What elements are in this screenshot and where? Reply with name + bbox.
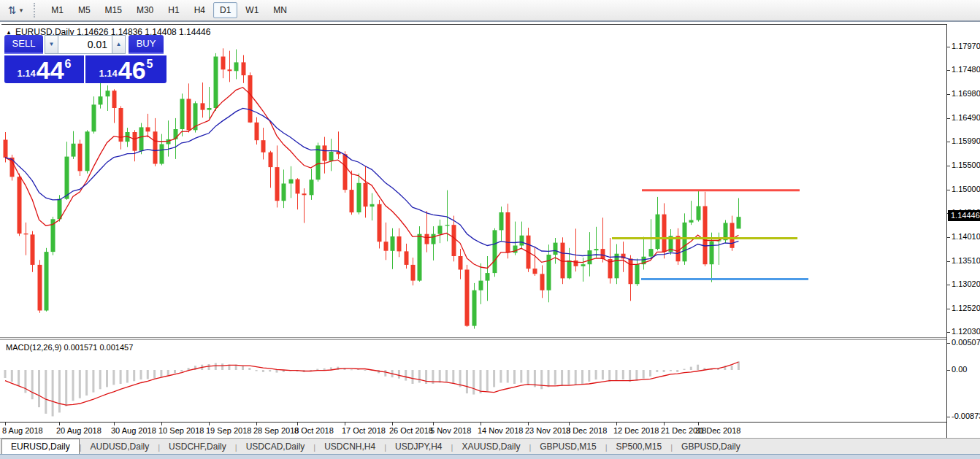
time-axis-label: 26 Oct 2018: [389, 426, 433, 435]
chart-window[interactable]: ▲ EURUSD,Daily 1.14626 1.14836 1.14408 1…: [0, 22, 980, 438]
price-axis-label: 1.13510: [952, 256, 980, 265]
price-axis-tick: [947, 237, 950, 238]
price-axis-tick: [947, 166, 950, 166]
time-axis-label: 8 Oct 2018: [294, 426, 334, 435]
volume-stepper: ▼ 0.01 ▲: [45, 35, 126, 54]
sell-button[interactable]: SELL: [4, 35, 43, 54]
toolbar-grip[interactable]: [34, 3, 38, 18]
terminal-window: ⇅ ▾ M1M5M15M30H1H4D1W1MN ▲ EURUSD,Daily …: [0, 0, 980, 459]
price-axis[interactable]: 1.179701.174801.169801.164901.159901.155…: [947, 24, 980, 337]
time-axis-label: 14 Nov 2018: [478, 426, 523, 435]
timeframe-buttons: M1M5M15M30H1H4D1W1MN: [44, 2, 294, 18]
price-axis-tick: [947, 70, 950, 71]
time-axis-label: 23 Nov 2018: [525, 426, 570, 435]
price-axis-label: 1.14010: [952, 232, 980, 241]
time-axis-tick: [345, 423, 345, 425]
volume-input[interactable]: 0.01: [58, 35, 112, 54]
time-axis-tick: [161, 423, 162, 425]
time-axis-label: 30 Aug 2018: [111, 426, 156, 435]
tab-gbpusd-daily[interactable]: GBPUSD,Daily: [673, 439, 749, 454]
tab-gbpusd-m15[interactable]: GBPUSD,M15: [531, 439, 605, 454]
symbols-arrows-icon: ⇅: [8, 5, 17, 15]
price-axis-tick: [947, 142, 950, 142]
tab-usdcad-daily[interactable]: USDCAD,Daily: [237, 439, 314, 454]
time-axis-label: 12 Dec 2018: [613, 426, 659, 435]
tab-usdjpy-h4[interactable]: USDJPY,H4: [386, 439, 451, 454]
chevron-down-icon: ▾: [20, 7, 23, 14]
time-axis-tick: [297, 423, 298, 425]
macd-pane[interactable]: [1, 340, 946, 422]
time-axis-tick: [569, 423, 570, 425]
price-axis-label: 1.15990: [952, 136, 980, 145]
volume-decrease-button[interactable]: ▼: [45, 35, 58, 54]
timeframe-button-d1[interactable]: D1: [213, 2, 237, 18]
timeframe-button-h1[interactable]: H1: [161, 2, 185, 18]
sell-price-prefix: 1.14: [17, 68, 35, 79]
time-axis-tick: [256, 423, 257, 425]
price-axis-label: 1.17480: [952, 65, 980, 74]
time-axis[interactable]: 8 Aug 201820 Aug 201830 Aug 201810 Sep 2…: [0, 422, 946, 438]
tab-usdchf-daily[interactable]: USDCHF,Daily: [160, 439, 235, 454]
sell-price-pip: 6: [65, 58, 72, 71]
price-axis-tick: [947, 261, 950, 262]
macd-axis[interactable]: 0.0050740.00-0.00873: [947, 340, 980, 422]
time-axis-label: 31 Dec 2018: [695, 426, 740, 435]
volume-increase-button[interactable]: ▲: [112, 35, 126, 54]
price-axis-tick: [947, 94, 950, 95]
tab-audusd-daily[interactable]: AUDUSD,Daily: [82, 439, 158, 454]
price-axis-label: 1.16980: [952, 89, 980, 98]
price-axis-tick: [947, 47, 950, 47]
time-axis-tick: [209, 423, 210, 425]
tab-eurusd-daily[interactable]: EURUSD,Daily: [1, 439, 80, 454]
timeframe-button-w1[interactable]: W1: [239, 2, 265, 18]
macd-axis-label: 0.005074: [952, 338, 980, 347]
price-axis-label: 1.17970: [952, 42, 980, 50]
last-price-tag: 1.14446: [948, 210, 980, 221]
macd-axis-tick: [947, 343, 950, 344]
time-axis-label: 3 Dec 2018: [566, 426, 607, 435]
price-axis-tick: [947, 309, 950, 309]
timeframe-toolbar: ⇅ ▾ M1M5M15M30H1H4D1W1MN: [0, 0, 980, 22]
time-axis-label: 28 Sep 2018: [253, 426, 299, 435]
right-axis-column[interactable]: 1.179701.174801.169801.164901.159901.155…: [946, 24, 980, 438]
macd-axis-label: -0.00873: [952, 412, 980, 420]
price-axis-tick: [947, 332, 950, 333]
sell-price-big: 44: [37, 59, 64, 81]
timeframe-button-m1[interactable]: M1: [45, 2, 70, 18]
time-axis-label: 8 Aug 2018: [2, 426, 43, 435]
time-axis-tick: [698, 423, 699, 425]
time-axis-tick: [481, 423, 481, 425]
timeframe-button-m30[interactable]: M30: [130, 2, 160, 18]
price-axis-tick: [947, 118, 950, 119]
time-axis-tick: [392, 423, 393, 425]
tab-sp500-m15[interactable]: SP500,M15: [608, 439, 671, 454]
time-axis-label: 20 Aug 2018: [56, 426, 102, 435]
time-axis-tick: [528, 423, 529, 425]
price-axis-tick: [947, 190, 950, 190]
price-axis-label: 1.12520: [952, 304, 980, 312]
time-axis-label: 17 Oct 2018: [342, 426, 386, 435]
buy-price-prefix: 1.14: [99, 68, 117, 79]
time-axis-label: 10 Sep 2018: [158, 426, 204, 435]
macd-axis-tick: [947, 417, 950, 417]
time-axis-tick: [433, 423, 434, 425]
price-axis-label: 1.12030: [952, 327, 980, 336]
buy-button[interactable]: BUY: [129, 35, 164, 54]
timeframe-button-h4[interactable]: H4: [188, 2, 212, 18]
tab-usdcnh-h4[interactable]: USDCNH,H4: [315, 439, 384, 454]
timeframe-button-mn[interactable]: MN: [267, 2, 294, 18]
macd-axis-label: 0.00: [952, 365, 967, 374]
chart-tabs: EURUSD,Daily|AUDUSD,Daily|USDCHF,Daily|U…: [0, 438, 980, 454]
macd-axis-tick: [947, 370, 950, 371]
buy-price-display[interactable]: 1.14465: [85, 55, 166, 83]
timeframe-button-m15[interactable]: M15: [99, 2, 129, 18]
time-axis-tick: [616, 423, 617, 425]
timeframe-button-m5[interactable]: M5: [72, 2, 97, 18]
time-axis-label: 19 Sep 2018: [206, 426, 251, 435]
price-axis-label: 1.16490: [952, 113, 980, 122]
tab-xauusd-daily[interactable]: XAUUSD,Daily: [453, 439, 529, 454]
sell-price-display[interactable]: 1.14446: [4, 55, 84, 83]
time-axis-tick: [59, 423, 60, 425]
chart-mode-button[interactable]: ⇅ ▾: [4, 3, 26, 18]
price-axis-label: 1.13020: [952, 279, 980, 288]
